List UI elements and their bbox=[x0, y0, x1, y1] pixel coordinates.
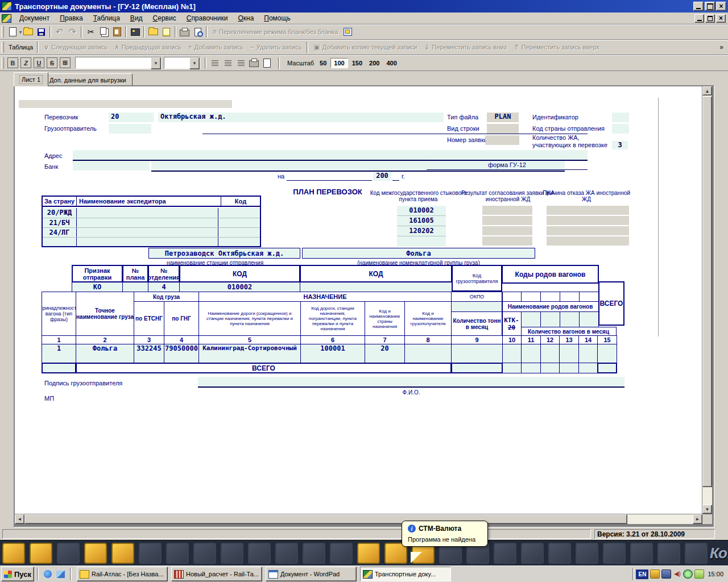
dept-no-value[interactable]: 4 bbox=[148, 282, 180, 292]
task-rail-atlas[interactable]: Rail-Атлас - [Без Назва... bbox=[77, 567, 168, 581]
row-print-button[interactable] bbox=[247, 57, 260, 69]
task-wordpad[interactable]: Документ - WordPad bbox=[266, 567, 357, 581]
copy-record-button[interactable]: ▣Добавить копию текущей записи bbox=[310, 41, 420, 53]
database-icon[interactable] bbox=[657, 543, 680, 564]
font-size-combobox[interactable]: ▼ bbox=[164, 57, 200, 69]
tools-icon[interactable] bbox=[494, 543, 516, 564]
year-field[interactable]: 200 bbox=[373, 172, 391, 181]
start-button[interactable]: Пуск bbox=[1, 567, 34, 581]
add-record-button[interactable]: +Добавить запись bbox=[185, 41, 247, 53]
scroll-left-button[interactable]: ◄ bbox=[15, 514, 24, 524]
document-page[interactable]: Перевозчик 20 Октябрьская ж.д. Грузоотпр… bbox=[15, 86, 702, 514]
row-cell-10[interactable] bbox=[502, 344, 522, 363]
menu-windows[interactable]: Окна bbox=[233, 13, 259, 23]
penguin-key-icon[interactable] bbox=[111, 543, 134, 564]
total-row-left-cell[interactable] bbox=[42, 363, 76, 373]
print-preview-button[interactable] bbox=[191, 26, 204, 38]
task-rail-tariff[interactable]: Новый_расчет - Rail-Та... bbox=[171, 567, 262, 581]
ja-count-field[interactable]: 3 bbox=[612, 141, 628, 149]
tree-icon[interactable] bbox=[275, 543, 298, 564]
page-setup-button[interactable] bbox=[260, 57, 274, 69]
shipper-code-field[interactable] bbox=[109, 124, 151, 134]
cut-button[interactable]: ✂ bbox=[84, 26, 97, 38]
font-name-combobox[interactable]: ▼ bbox=[75, 57, 162, 69]
scale-150-button[interactable]: 150 bbox=[349, 59, 365, 68]
combo-dropdown-icon[interactable]: ▼ bbox=[151, 57, 161, 69]
total-row-cell-15[interactable] bbox=[597, 363, 617, 373]
menu-service[interactable]: Сервис bbox=[148, 13, 181, 23]
refuse-cell-1[interactable] bbox=[547, 206, 629, 215]
tray-network-icon[interactable] bbox=[661, 569, 671, 579]
menu-document[interactable]: Документ bbox=[14, 13, 55, 23]
row-cell-15[interactable] bbox=[597, 344, 617, 363]
total-row-cell-14[interactable] bbox=[578, 363, 598, 373]
strikethrough-button[interactable]: S bbox=[47, 57, 57, 68]
bank-code-field[interactable] bbox=[73, 161, 150, 171]
wagon-code-cell-1[interactable] bbox=[502, 292, 522, 302]
doc-check2-icon[interactable] bbox=[221, 543, 243, 564]
toolbar-grip[interactable] bbox=[1, 41, 4, 53]
scale-50-button[interactable]: 50 bbox=[317, 59, 329, 68]
junction-code-3[interactable]: 120202 bbox=[397, 227, 446, 235]
identifier-field[interactable] bbox=[612, 113, 629, 122]
crane-train-icon[interactable] bbox=[357, 543, 380, 564]
row-cell-11[interactable] bbox=[521, 344, 541, 363]
horizontal-scroll-thumb[interactable] bbox=[24, 514, 627, 524]
tray-volume-icon[interactable]: ◀) bbox=[673, 570, 681, 578]
toolbar-grip[interactable] bbox=[1, 26, 4, 38]
wagon-code-cell-5[interactable] bbox=[579, 292, 599, 302]
menu-view[interactable]: Вид bbox=[125, 13, 148, 23]
menu-table[interactable]: Таблица bbox=[88, 13, 125, 23]
code2-value[interactable] bbox=[300, 282, 452, 292]
plan-no-value[interactable] bbox=[122, 282, 148, 292]
row-cell-country[interactable]: 20 bbox=[365, 344, 405, 363]
expeditor-row-rzd[interactable]: 20/РЖД bbox=[43, 209, 76, 217]
row-cell-cargo[interactable]: Фольга bbox=[76, 344, 134, 363]
row-cell-etsng[interactable]: 332245 bbox=[134, 344, 164, 363]
bold-button[interactable]: B bbox=[7, 57, 18, 68]
minimize-button[interactable] bbox=[693, 2, 704, 11]
tab-extra-data[interactable]: Доп. данные для выгрузки bbox=[43, 73, 133, 86]
row-cell-13[interactable] bbox=[559, 344, 579, 363]
prev-record-button[interactable]: ∧Предыдущая запись bbox=[111, 41, 185, 53]
scale-400-button[interactable]: 400 bbox=[383, 59, 399, 68]
next-record-button[interactable]: ∨Следующая запись bbox=[40, 41, 111, 53]
doc-check-icon[interactable] bbox=[193, 543, 216, 564]
open-button[interactable] bbox=[22, 26, 35, 38]
total-row-cell-10[interactable] bbox=[502, 363, 522, 373]
row-cell-14[interactable] bbox=[578, 344, 598, 363]
borders-grid-button[interactable]: ⊞ bbox=[60, 57, 71, 68]
horizontal-scrollbar[interactable]: ◄ ► bbox=[15, 514, 702, 524]
total-row-tons-cell[interactable] bbox=[451, 363, 503, 373]
agree-cell-4[interactable] bbox=[482, 236, 532, 246]
close-button[interactable]: × bbox=[716, 2, 726, 11]
train-search-button[interactable] bbox=[129, 26, 142, 38]
menu-edit[interactable]: Правка bbox=[55, 13, 88, 23]
chart-icon[interactable] bbox=[603, 543, 626, 564]
ktk-cell[interactable]: КТК- 20 bbox=[502, 311, 522, 336]
row-cell-number[interactable]: 1 bbox=[42, 344, 76, 363]
tray-antivirus-icon[interactable] bbox=[683, 569, 693, 579]
menu-references[interactable]: Справочники bbox=[181, 13, 233, 23]
italic-button[interactable]: Z bbox=[20, 57, 31, 68]
redo-button[interactable]: ↷ bbox=[66, 26, 79, 38]
refuse-cell-3[interactable] bbox=[547, 226, 629, 235]
scroll-down-button[interactable]: ▼ bbox=[702, 505, 712, 514]
notification-balloon[interactable]: i СТМ-Валюта Программа не найдена bbox=[402, 521, 488, 547]
mdi-minimize-button[interactable] bbox=[694, 14, 704, 23]
quicklaunch-mail-button[interactable] bbox=[54, 567, 67, 581]
title-bar[interactable]: Транспортные документы - [ГУ-12 (Месплан… bbox=[0, 0, 728, 13]
delete-record-button[interactable]: −Удалить запись bbox=[247, 41, 305, 53]
menu-help[interactable]: Помощь bbox=[259, 13, 295, 23]
junction-code-2[interactable]: 161005 bbox=[397, 217, 446, 225]
signature-field[interactable] bbox=[198, 377, 624, 388]
refuse-cell-2[interactable] bbox=[547, 216, 629, 225]
folder-archive-icon[interactable] bbox=[84, 543, 107, 564]
total-row-cell-13[interactable] bbox=[559, 363, 579, 373]
tray-stm-icon[interactable] bbox=[650, 569, 660, 579]
vertical-scrollbar[interactable]: ▲ ▼ bbox=[702, 86, 712, 514]
scale-200-button[interactable]: 200 bbox=[366, 59, 382, 68]
carrier-name-field[interactable]: Октябрьская ж.д. bbox=[158, 113, 444, 122]
undo-button[interactable]: ↶ bbox=[53, 26, 66, 38]
new-document-button[interactable] bbox=[6, 26, 19, 38]
